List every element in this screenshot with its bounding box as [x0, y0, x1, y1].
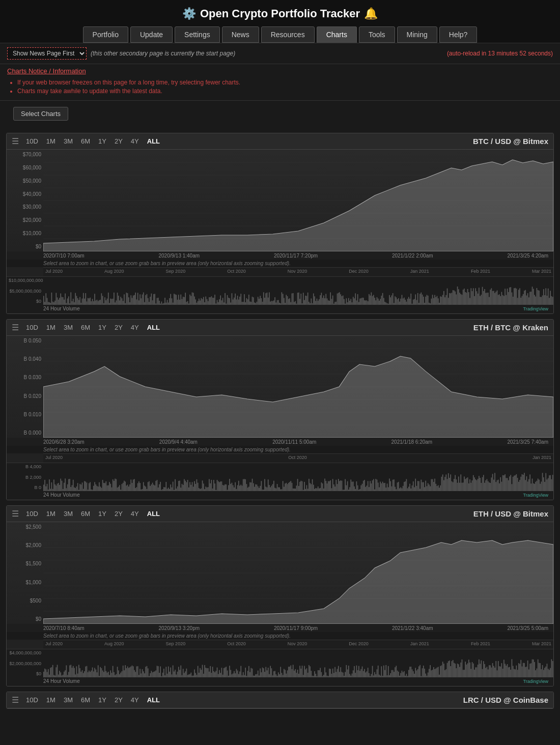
time-btn-1m[interactable]: 1M [44, 509, 58, 519]
time-btn-all[interactable]: ALL [145, 695, 162, 705]
svg-rect-1047 [186, 669, 187, 677]
time-btn-1y[interactable]: 1Y [96, 509, 108, 519]
time-btn-4y[interactable]: 4Y [129, 136, 141, 146]
time-btn-6m[interactable]: 6M [79, 695, 92, 705]
nav-btn-portfolio[interactable]: Portfolio [83, 26, 128, 43]
time-btn-all[interactable]: ALL [145, 136, 162, 146]
svg-rect-592 [188, 488, 189, 491]
nav-btn-resources[interactable]: Resources [261, 26, 315, 43]
time-btn-3m[interactable]: 3M [62, 323, 75, 332]
svg-rect-722 [335, 480, 337, 491]
time-btn-1m[interactable]: 1M [44, 695, 58, 705]
chart-menu-icon[interactable]: ☰ [12, 695, 19, 705]
chart-menu-icon[interactable]: ☰ [12, 323, 19, 332]
chart-timeline[interactable]: Jul 2020Aug 2020Sep 2020Oct 2020Nov 2020… [43, 640, 553, 649]
svg-rect-89 [136, 299, 137, 305]
nav-btn-settings[interactable]: Settings [175, 26, 220, 43]
time-btn-10d[interactable]: 10D [24, 136, 40, 146]
select-charts-button[interactable]: Select Charts [13, 107, 68, 121]
timeline-label: Jan 2021 [533, 455, 551, 460]
svg-rect-640 [243, 479, 244, 491]
notice-link[interactable]: Charts Notice / Information [7, 67, 86, 75]
start-page-select[interactable]: Show News Page First [7, 47, 87, 60]
time-btn-6m[interactable]: 6M [79, 509, 92, 519]
svg-rect-539 [128, 486, 129, 491]
svg-rect-669 [275, 489, 276, 491]
time-btn-10d[interactable]: 10D [24, 509, 40, 519]
svg-rect-1256 [423, 666, 424, 677]
svg-rect-178 [237, 296, 238, 305]
svg-rect-1291 [463, 670, 464, 677]
svg-rect-1298 [470, 669, 471, 677]
svg-rect-510 [95, 484, 96, 491]
time-btn-4y[interactable]: 4Y [129, 509, 141, 519]
svg-rect-1359 [540, 663, 541, 677]
time-btn-3m[interactable]: 3M [62, 695, 75, 705]
time-btn-2y[interactable]: 2Y [113, 323, 125, 332]
svg-rect-1039 [177, 672, 178, 677]
svg-rect-122 [174, 294, 175, 305]
chart-menu-icon[interactable]: ☰ [12, 509, 19, 519]
volume-body[interactable]: $4,000,000,000$2,000,000,000$0 [7, 649, 553, 677]
chart-timeline[interactable]: Jul 2020Oct 2020Jan 2021 [43, 453, 553, 463]
svg-rect-716 [329, 481, 330, 491]
svg-rect-1129 [279, 674, 280, 677]
svg-rect-60 [103, 303, 104, 305]
volume-body[interactable]: B 4,000B 2,000B 0 [7, 463, 553, 491]
time-btn-10d[interactable]: 10D [24, 695, 40, 705]
time-btn-1y[interactable]: 1Y [96, 695, 108, 705]
nav-btn-mining[interactable]: Mining [397, 26, 437, 43]
time-btn-all[interactable]: ALL [145, 323, 162, 332]
svg-rect-83 [129, 302, 130, 305]
time-btn-3m[interactable]: 3M [62, 509, 75, 519]
time-btn-3m[interactable]: 3M [62, 136, 75, 146]
chart-footer: TradingView [523, 493, 548, 498]
svg-rect-833 [462, 483, 463, 491]
svg-rect-938 [63, 675, 64, 677]
time-btn-4y[interactable]: 4Y [129, 323, 141, 332]
time-btn-4y[interactable]: 4Y [129, 695, 141, 705]
time-btn-1m[interactable]: 1M [44, 136, 58, 146]
time-btn-6m[interactable]: 6M [79, 136, 92, 146]
svg-rect-860 [492, 474, 493, 491]
time-btn-10d[interactable]: 10D [24, 323, 40, 332]
chart-menu-icon[interactable]: ☰ [12, 136, 19, 146]
nav-btn-tools[interactable]: Tools [359, 26, 395, 43]
time-btn-2y[interactable]: 2Y [113, 136, 125, 146]
svg-rect-945 [70, 665, 71, 677]
x-label: 2020/9/13 1:40am [158, 253, 200, 259]
chart-zoom-note: Select area to zoom in chart, or use zoo… [7, 632, 553, 640]
time-btn-1m[interactable]: 1M [44, 323, 58, 332]
volume-body[interactable]: $10,000,000,000$5,000,000,000$0 [7, 277, 553, 305]
svg-rect-275 [347, 302, 348, 305]
svg-rect-548 [138, 481, 139, 491]
svg-rect-1104 [250, 668, 251, 677]
nav-btn-news[interactable]: News [222, 26, 259, 43]
svg-rect-284 [357, 294, 358, 305]
nav-btn-charts[interactable]: Charts [317, 26, 357, 43]
time-btn-6m[interactable]: 6M [79, 323, 92, 332]
svg-rect-1072 [214, 672, 215, 677]
y-label: $1,000 [9, 580, 41, 585]
svg-rect-142 [197, 303, 198, 305]
time-btn-2y[interactable]: 2Y [113, 509, 125, 519]
svg-rect-50 [92, 299, 93, 305]
svg-rect-590 [186, 482, 187, 491]
nav-btn-help[interactable]: Help? [439, 26, 478, 43]
chart-plot-area[interactable] [43, 522, 553, 624]
chart-body[interactable]: B 0.050B 0.040B 0.030B 0.020B 0.010B 0.0… [7, 336, 553, 438]
svg-rect-447 [542, 296, 543, 305]
time-btn-1y[interactable]: 1Y [96, 323, 108, 332]
svg-rect-597 [194, 481, 195, 492]
time-btn-all[interactable]: ALL [145, 509, 162, 519]
nav-btn-update[interactable]: Update [130, 26, 173, 43]
chart-body[interactable]: $2,500$2,000$1,500$1,000$500$0 [7, 522, 553, 624]
svg-rect-369 [454, 291, 455, 305]
chart-timeline[interactable]: Jul 2020Aug 2020Sep 2020Oct 2020Nov 2020… [43, 267, 553, 276]
chart-plot-area[interactable] [43, 336, 553, 438]
svg-rect-338 [418, 303, 419, 305]
time-btn-2y[interactable]: 2Y [113, 695, 125, 705]
chart-body[interactable]: $70,000$60,000$50,000$40,000$30,000$20,0… [7, 150, 553, 251]
time-btn-1y[interactable]: 1Y [96, 136, 108, 146]
chart-plot-area[interactable] [43, 150, 553, 251]
